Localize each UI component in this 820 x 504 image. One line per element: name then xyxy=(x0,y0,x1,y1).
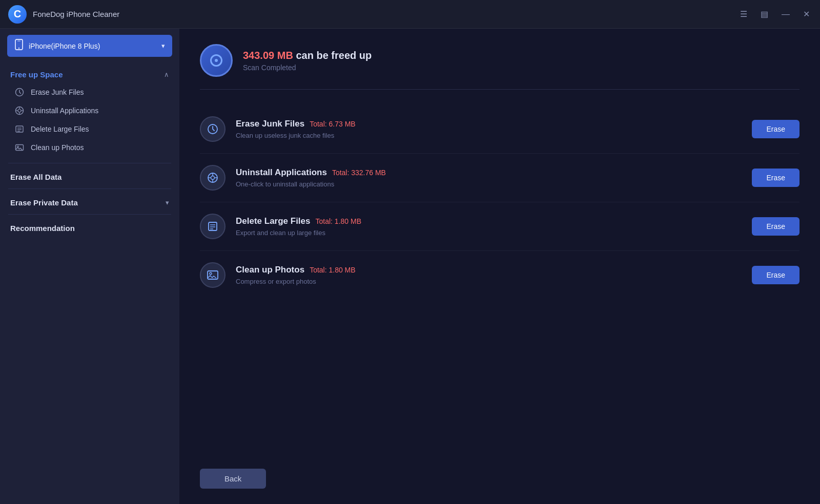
junk-icon xyxy=(200,116,225,142)
photos-title: Clean up Photos xyxy=(236,265,304,275)
app-logo: C xyxy=(8,5,27,24)
sidebar-item-label-photos: Clean up Photos xyxy=(31,143,84,152)
photos-text: Clean up Photos Total: 1.80 MB Compress … xyxy=(236,265,742,285)
device-name: iPhone(iPhone 8 Plus) xyxy=(29,42,156,50)
erase-all-data-header[interactable]: Erase All Data xyxy=(0,165,179,186)
window-controls: ☰ ▤ — ✕ xyxy=(738,8,812,20)
erase-private-data-title: Erase Private Data xyxy=(10,198,78,207)
menu-button[interactable]: ☰ xyxy=(738,8,749,20)
divider-2 xyxy=(8,188,171,189)
files-icon xyxy=(14,124,25,134)
large-files-total: Total: 1.80 MB xyxy=(316,217,362,225)
sidebar-item-erase-junk[interactable]: Erase Junk Files xyxy=(0,83,179,101)
large-files-icon xyxy=(200,214,225,239)
recommendation-header[interactable]: Recommendation xyxy=(0,217,179,238)
svg-point-28 xyxy=(210,272,212,275)
item-uninstall: Uninstall Applications Total: 332.76 MB … xyxy=(200,154,799,202)
app-title: FoneDog iPhone Cleaner xyxy=(33,10,738,18)
scan-size-suffix: can be freed up xyxy=(293,50,372,61)
scan-result-line: 343.09 MB can be freed up xyxy=(243,50,372,61)
large-files-text: Delete Large Files Total: 1.80 MB Export… xyxy=(236,216,742,237)
erase-photos-button[interactable]: Erase xyxy=(752,266,799,284)
apps-icon xyxy=(14,106,25,115)
app-layout: iPhone(iPhone 8 Plus) ▾ Free up Space ∧ xyxy=(0,29,820,504)
cleanup-photos-icon xyxy=(200,262,225,288)
photos-total: Total: 1.80 MB xyxy=(310,266,356,274)
item-large-files: Delete Large Files Total: 1.80 MB Export… xyxy=(200,202,799,251)
sidebar-item-photos[interactable]: Clean up Photos xyxy=(0,138,179,157)
svg-rect-2 xyxy=(17,41,20,41)
sidebar: iPhone(iPhone 8 Plus) ▾ Free up Space ∧ xyxy=(0,29,179,504)
scan-size: 343.09 MB xyxy=(243,50,293,61)
svg-point-18 xyxy=(211,176,215,180)
items-list: Erase Junk Files Total: 6.73 MB Clean up… xyxy=(200,105,799,458)
erase-uninstall-button[interactable]: Erase xyxy=(752,169,799,187)
chat-button[interactable]: ▤ xyxy=(758,8,770,20)
uninstall-text: Uninstall Applications Total: 332.76 MB … xyxy=(236,167,742,188)
junk-total: Total: 6.73 MB xyxy=(310,120,356,128)
divider-1 xyxy=(8,163,171,163)
main-content: 343.09 MB can be freed up Scan Completed… xyxy=(179,29,820,504)
titlebar: C FoneDog iPhone Cleaner ☰ ▤ — ✕ xyxy=(0,0,820,29)
svg-rect-14 xyxy=(16,145,24,151)
divider-3 xyxy=(8,214,171,215)
large-files-desc: Export and clean up large files xyxy=(236,229,742,237)
junk-title: Erase Junk Files xyxy=(236,119,304,129)
item-erase-junk: Erase Junk Files Total: 6.73 MB Clean up… xyxy=(200,105,799,154)
device-icon xyxy=(14,39,24,53)
svg-point-1 xyxy=(18,48,19,49)
free-up-space-header[interactable]: Free up Space ∧ xyxy=(0,63,179,81)
free-up-space-items: Erase Junk Files Uninsta xyxy=(0,81,179,161)
clock-icon xyxy=(14,88,25,97)
device-selector[interactable]: iPhone(iPhone 8 Plus) ▾ xyxy=(7,35,172,57)
minimize-button[interactable]: — xyxy=(780,9,792,20)
junk-text: Erase Junk Files Total: 6.73 MB Clean up… xyxy=(236,119,742,139)
uninstall-desc: One-click to uninstall applications xyxy=(236,180,742,188)
sidebar-item-large-files[interactable]: Delete Large Files xyxy=(0,120,179,138)
scan-header: 343.09 MB can be freed up Scan Completed xyxy=(200,44,799,90)
bottom-bar: Back xyxy=(200,458,799,489)
scan-status: Scan Completed xyxy=(243,64,372,72)
erase-private-chevron-icon: ▾ xyxy=(166,199,169,206)
device-chevron-icon: ▾ xyxy=(161,42,165,50)
scan-icon xyxy=(200,44,233,77)
svg-point-15 xyxy=(17,146,19,148)
erase-junk-button[interactable]: Erase xyxy=(752,120,799,138)
sidebar-item-uninstall[interactable]: Uninstall Applications xyxy=(0,101,179,120)
sidebar-item-label-large-files: Delete Large Files xyxy=(31,125,89,133)
uninstall-icon xyxy=(200,165,225,191)
junk-desc: Clean up useless junk cache files xyxy=(236,132,742,139)
item-photos: Clean up Photos Total: 1.80 MB Compress … xyxy=(200,251,799,299)
recommendation-title: Recommendation xyxy=(10,224,75,233)
large-files-title: Delete Large Files xyxy=(236,216,311,226)
uninstall-total: Total: 332.76 MB xyxy=(332,169,386,177)
sidebar-section-free-up-space: Free up Space ∧ Erase Junk Files xyxy=(0,63,179,161)
photos-icon xyxy=(14,143,25,152)
photos-desc: Compress or export photos xyxy=(236,278,742,285)
sidebar-item-label-junk: Erase Junk Files xyxy=(31,88,84,96)
sidebar-item-label-uninstall: Uninstall Applications xyxy=(31,107,98,115)
svg-point-5 xyxy=(18,109,21,112)
erase-large-files-button[interactable]: Erase xyxy=(752,217,799,236)
erase-private-data-header[interactable]: Erase Private Data ▾ xyxy=(0,191,179,212)
free-up-space-title: Free up Space xyxy=(10,70,63,79)
uninstall-title: Uninstall Applications xyxy=(236,167,327,178)
back-button[interactable]: Back xyxy=(200,469,266,489)
erase-all-data-title: Erase All Data xyxy=(10,173,61,181)
scan-text: 343.09 MB can be freed up Scan Completed xyxy=(243,50,372,72)
free-up-space-chevron-icon: ∧ xyxy=(164,71,169,78)
close-button[interactable]: ✕ xyxy=(801,8,812,20)
